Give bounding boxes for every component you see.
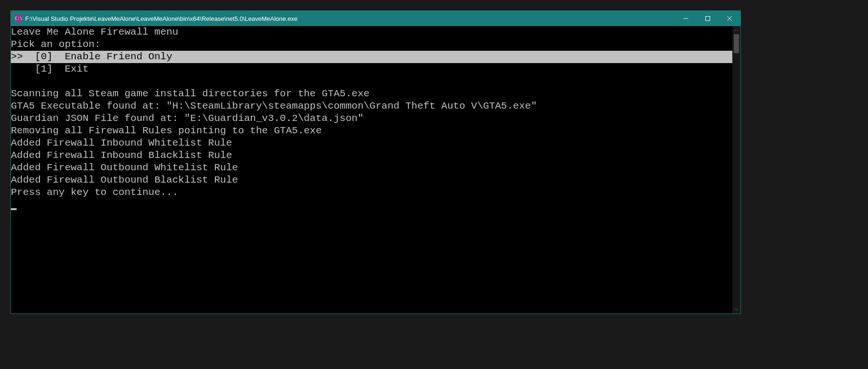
console-line: Removing all Firewall Rules pointing to … xyxy=(11,125,732,137)
scrollbar-down-arrow[interactable] xyxy=(732,305,740,314)
console-line: Pick an option: xyxy=(11,38,732,51)
console-line: Added Firewall Inbound Blacklist Rule xyxy=(11,149,732,162)
minimize-button[interactable] xyxy=(675,11,697,26)
titlebar[interactable]: C:\ F:\Visual Studio Projekte\LeaveMeAlo… xyxy=(11,11,740,26)
console-window: C:\ F:\Visual Studio Projekte\LeaveMeAlo… xyxy=(10,10,741,314)
console-line: Added Firewall Outbound Blacklist Rule xyxy=(11,174,732,186)
close-button[interactable] xyxy=(719,11,740,26)
window-title: F:\Visual Studio Projekte\LeaveMeAlone\L… xyxy=(25,15,675,22)
chevron-down-icon xyxy=(734,308,739,311)
app-icon: C:\ xyxy=(15,15,22,22)
scrollbar-track[interactable] xyxy=(732,34,740,305)
maximize-button[interactable] xyxy=(697,11,719,26)
console-line: Press any key to continue... xyxy=(11,186,732,199)
close-icon xyxy=(727,16,732,21)
console-line xyxy=(11,75,732,88)
console-line: Leave Me Alone Firewall menu xyxy=(11,26,732,38)
scrollbar-thumb[interactable] xyxy=(734,34,739,53)
console-line: >> [0] Enable Friend Only xyxy=(11,51,732,63)
scrollbar[interactable] xyxy=(732,26,740,314)
console-line: GTA5 Executable found at: "H:\SteamLibra… xyxy=(11,100,732,112)
console-line: [1] Exit xyxy=(11,63,732,75)
console-line: Scanning all Steam game install director… xyxy=(11,88,732,100)
window-controls xyxy=(675,11,740,26)
scrollbar-up-arrow[interactable] xyxy=(732,26,740,34)
console-line: Guardian JSON File found at: "E:\Guardia… xyxy=(11,112,732,125)
chevron-up-icon xyxy=(734,29,739,31)
console-line: Added Firewall Inbound Whitelist Rule xyxy=(11,137,732,149)
console-line: Added Firewall Outbound Whitelist Rule xyxy=(11,162,732,174)
console-body: Leave Me Alone Firewall menuPick an opti… xyxy=(11,26,740,314)
cursor-line xyxy=(11,199,732,211)
maximize-icon xyxy=(705,16,710,21)
cursor xyxy=(11,208,17,210)
minimize-icon xyxy=(683,16,688,21)
svg-rect-1 xyxy=(706,17,710,21)
console-content[interactable]: Leave Me Alone Firewall menuPick an opti… xyxy=(11,26,732,314)
